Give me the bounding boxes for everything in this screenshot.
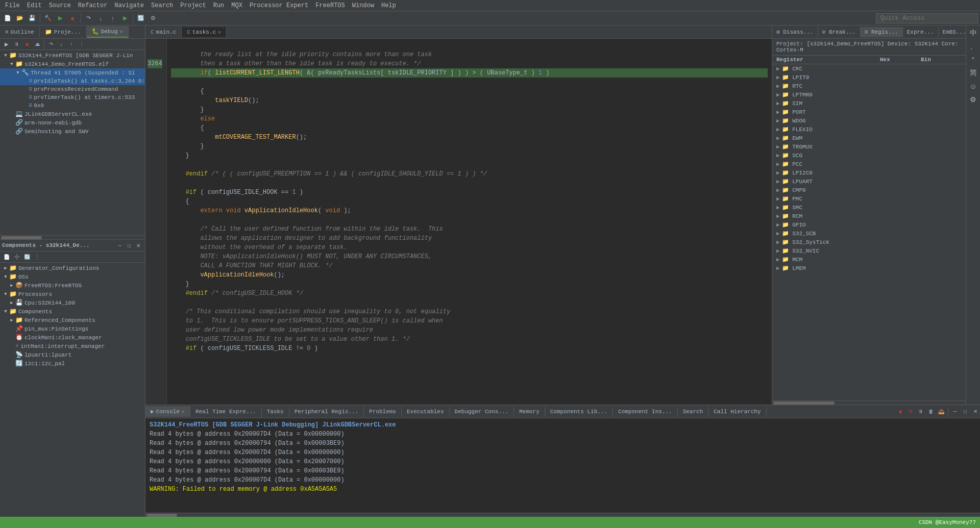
tree-item-frame-0x0[interactable]: ≡ 0x0: [0, 102, 145, 110]
code-editor[interactable]: 3264: [145, 39, 772, 405]
side-icon-chinese[interactable]: 中: [968, 28, 979, 39]
resume-button[interactable]: ▶: [119, 13, 131, 24]
menu-item-freertos[interactable]: FreeRTOS: [312, 1, 348, 10]
refresh-button[interactable]: 🔃: [135, 13, 146, 24]
editor-tab-mainc[interactable]: C main.c: [145, 27, 182, 37]
bottom-tab-compins[interactable]: Component Ins...: [613, 407, 678, 417]
tree-item-project[interactable]: ▼ 📁 S32K144_FreeRTOS [GDB SEGGER J-Lin: [0, 51, 145, 60]
reg-cmp0[interactable]: ▶📁 CMP0: [772, 186, 966, 194]
menu-item-project[interactable]: Project: [177, 1, 209, 10]
tab-expressions[interactable]: Expre...: [903, 27, 939, 37]
reg-smc[interactable]: ▶📁 SMC: [772, 203, 966, 212]
debug-stepinto-btn[interactable]: ↓: [57, 40, 66, 49]
bottom-tab-console[interactable]: ▶ Console ✕: [145, 406, 190, 417]
bottom-close-btn[interactable]: ✕: [971, 407, 980, 416]
reg-pmc[interactable]: ▶📁 PMC: [772, 194, 966, 203]
bottom-tab-executables[interactable]: Executables: [402, 407, 450, 417]
step-over-button[interactable]: ↷: [83, 13, 94, 24]
components-close[interactable]: ✕: [134, 241, 143, 250]
tab-debug[interactable]: 🐛 Debug ✕: [87, 26, 129, 38]
side-icon-punctuation[interactable]: 、: [968, 41, 979, 52]
bottom-resize-btn[interactable]: ─: [950, 407, 960, 416]
side-icon-settings[interactable]: ⚙: [968, 94, 979, 105]
bottom-tab-tasks[interactable]: Tasks: [262, 407, 289, 417]
tab-project[interactable]: 📁 Proje...: [40, 27, 87, 37]
menu-item-edit[interactable]: Edit: [24, 1, 45, 10]
settings-button[interactable]: ⚙: [148, 13, 159, 24]
scrollbar-h-registers[interactable]: [772, 400, 966, 405]
tree-item-frame-timer[interactable]: ≡ prvTimerTask() at timers.c:533: [0, 93, 145, 102]
reg-lptmr0[interactable]: ▶📁 LPTMR0: [772, 90, 966, 99]
reg-s32nvic[interactable]: ▶📁 S32_NVIC: [772, 246, 966, 255]
debug-disconnect-btn[interactable]: ⏏: [33, 40, 42, 49]
menu-item-run[interactable]: Run: [210, 1, 228, 10]
tree-item-elf[interactable]: ▼ 📁 s32k144_Demo_FreeRTOS.elf: [0, 60, 145, 68]
bottom-tab-realtime[interactable]: Real Time Expre...: [190, 407, 262, 417]
debug-more-btn[interactable]: ⋮: [77, 40, 86, 49]
reg-lpuart[interactable]: ▶📁 LPUART: [772, 177, 966, 186]
reg-flexio[interactable]: ▶📁 FLEXIO: [772, 125, 966, 134]
editor-tab-tasksc[interactable]: C tasks.c ✕: [182, 27, 227, 37]
debug-suspend-btn[interactable]: ⏸: [12, 40, 21, 49]
scrollbar-h-debug[interactable]: [0, 235, 145, 239]
tree-item-thread[interactable]: ▼ 🔧 Thread #1 57005 (Suspended : Si: [0, 68, 145, 77]
tab-registers[interactable]: ≡ Regis...: [861, 27, 903, 37]
bottom-clear-btn[interactable]: 🗑: [926, 407, 936, 416]
reg-lpi2c0[interactable]: ▶📁 LPI2C0: [772, 168, 966, 177]
comp-freertos[interactable]: ▶ 📦 FreeRTOS:FreeRTOS: [0, 281, 145, 290]
stop-button[interactable]: ■: [67, 13, 78, 24]
reg-port[interactable]: ▶📁 PORT: [772, 108, 966, 116]
menu-item-help[interactable]: Help: [378, 1, 399, 10]
tab-close-debug[interactable]: ✕: [120, 29, 123, 35]
comp-components[interactable]: ▼ 📁 Components: [0, 307, 145, 316]
bottom-tab-complib[interactable]: Components Lib...: [545, 407, 613, 417]
reg-ewm[interactable]: ▶📁 EWM: [772, 134, 966, 142]
reg-wdog[interactable]: ▶📁 WDOG: [772, 116, 966, 125]
bottom-tab-peripheral[interactable]: Peripheral Regis...: [289, 407, 364, 417]
bottom-minimize-btn[interactable]: ■: [896, 407, 905, 416]
tree-item-jlink[interactable]: 💻 JLinkGDBServerCL.exe: [0, 110, 145, 118]
comp-intman[interactable]: ⚡ intMan1:interrupt_manager: [0, 342, 145, 350]
bottom-tab-search[interactable]: Search: [678, 407, 709, 417]
bottom-scroll-lock-btn[interactable]: ⏸: [916, 407, 925, 416]
side-icon-degree[interactable]: °: [968, 54, 979, 65]
step-into-button[interactable]: ↓: [95, 13, 106, 24]
tab-close-console[interactable]: ✕: [182, 409, 185, 415]
menu-item-window[interactable]: Window: [349, 1, 377, 10]
comp-btn-1[interactable]: 📄: [2, 253, 11, 262]
bottom-stop-btn[interactable]: ✕: [906, 407, 915, 416]
reg-scg[interactable]: ▶📁 SCG: [772, 151, 966, 160]
bottom-export-btn[interactable]: 📤: [937, 407, 946, 416]
tab-disassembly[interactable]: ⚙ Disass...: [772, 27, 818, 37]
tree-item-semihosting[interactable]: 🔗 Semihosting and SWV: [0, 127, 145, 136]
reg-s32scb[interactable]: ▶📁 S32_SCB: [772, 229, 966, 238]
bottom-tab-callhierarchy[interactable]: Call Hierarchy: [708, 407, 766, 417]
debug-button[interactable]: ▶: [55, 13, 66, 24]
reg-lpit0[interactable]: ▶📁 LPIT0: [772, 73, 966, 82]
comp-clockman[interactable]: ⏰ clockMan1:clock_manager: [0, 333, 145, 342]
debug-stop-btn[interactable]: ■: [22, 40, 32, 49]
reg-lmem[interactable]: ▶📁 LMEM: [772, 264, 966, 272]
bottom-tab-debugger[interactable]: Debugger Cons...: [450, 407, 514, 417]
reg-rcm[interactable]: ▶📁 RCM: [772, 212, 966, 220]
comp-generator[interactable]: ▶ 📁 Generator_Configurations: [0, 264, 145, 272]
build-button[interactable]: 🔨: [42, 13, 54, 24]
bottom-max-btn[interactable]: □: [961, 407, 970, 416]
debug-stepout-btn[interactable]: ↑: [67, 40, 76, 49]
tab-close-tasksc[interactable]: ✕: [218, 29, 221, 35]
reg-rtc[interactable]: ▶📁 RTC: [772, 82, 966, 90]
tab-breakpoints[interactable]: ⊘ Break...: [818, 27, 861, 37]
debug-resume-btn[interactable]: ▶: [2, 40, 11, 49]
tab-outline[interactable]: ≡ Outline: [0, 27, 40, 37]
menu-item-navigate[interactable]: Navigate: [111, 1, 147, 10]
open-button[interactable]: 📂: [14, 13, 26, 24]
comp-referenced[interactable]: ▶ 📁 Referenced_Components: [0, 316, 145, 324]
side-icon-simplified[interactable]: 简: [968, 67, 979, 79]
step-out-button[interactable]: ↑: [107, 13, 118, 24]
menu-item-refactor[interactable]: Refactor: [75, 1, 111, 10]
reg-sim[interactable]: ▶📁 SIM: [772, 99, 966, 108]
tree-item-gdb[interactable]: 🔗 arm-none-eabi-gdb: [0, 118, 145, 127]
save-button[interactable]: 💾: [27, 13, 38, 24]
comp-i2c[interactable]: 🔄 i2c1:i2c_pal: [0, 359, 145, 368]
reg-pcc[interactable]: ▶📁 PCC: [772, 160, 966, 168]
